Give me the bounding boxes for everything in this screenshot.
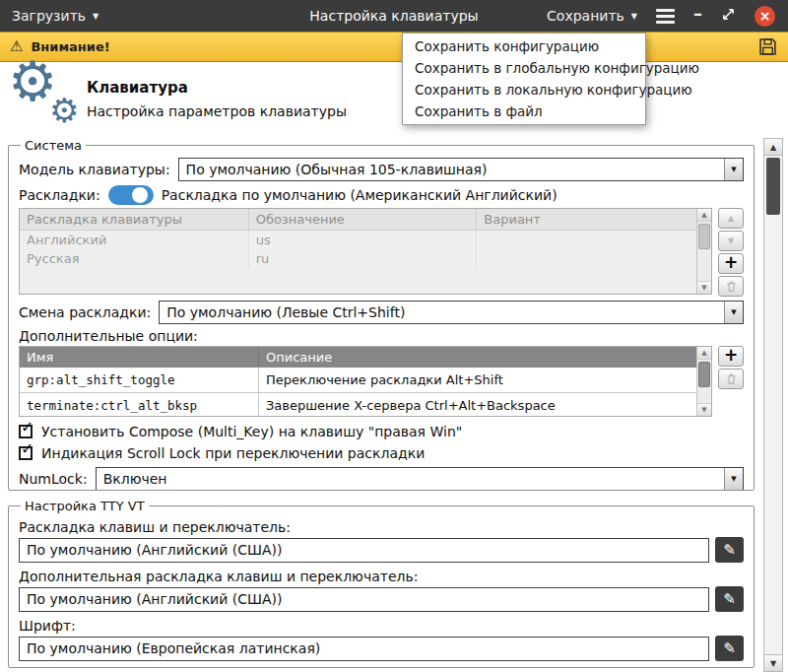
scrolllock-checkbox[interactable]: ✓ (19, 446, 33, 460)
load-button[interactable]: Загрузить ▼ (0, 0, 110, 32)
tty-layout-value: По умолчанию (Английский (США)) (27, 542, 282, 558)
chevron-down-icon[interactable]: ▼ (724, 159, 743, 180)
scroll-down-icon[interactable]: ▼ (764, 654, 782, 671)
titlebar: Загрузить ▼ Настройка клавиатуры Сохрани… (0, 0, 788, 32)
extra-options-label-row: Дополнительные опции: (19, 328, 744, 344)
compose-checkbox-label: Установить Compose (Multi_Key) на клавиш… (41, 424, 462, 439)
column-header: Раскладка клавиатуры (20, 209, 248, 230)
scroll-down-icon[interactable]: ▼ (697, 281, 711, 294)
menu-item-save-config[interactable]: Сохранить конфигурацию (403, 35, 645, 57)
tty-extra-layout-value: По умолчанию (Английский (США)) (27, 591, 282, 607)
chevron-down-icon: ▼ (631, 13, 637, 21)
column-header: Описание (259, 347, 711, 368)
chevron-down-icon[interactable]: ▼ (724, 468, 743, 490)
tty-group: Настройка TTY VT Раскладка клавиш и пере… (8, 499, 755, 668)
table-row: Английский us (20, 231, 711, 249)
tty-extra-layout-label: Дополнительная раскладка клавиш и перекл… (19, 569, 744, 584)
check-icon: ✓ (21, 420, 33, 436)
titlebar-actions: Сохранить ▼ – × (547, 6, 788, 27)
pencil-icon: ✎ (723, 639, 736, 657)
layouts-row: Раскладки: Раскладка по умолчанию (Амери… (19, 185, 744, 205)
default-layout-text: Раскладка по умолчанию (Американский Анг… (162, 187, 558, 203)
option-description-cell: Переключение раскладки Alt+Shift (259, 368, 711, 392)
menu-icon[interactable] (656, 9, 675, 24)
column-header: Вариант (476, 209, 711, 230)
scroll-down-icon[interactable]: ▼ (697, 403, 711, 416)
tty-group-legend: Настройка TTY VT (21, 499, 149, 513)
table-row: Русская ru (20, 249, 711, 268)
tty-extra-layout-input[interactable]: По умолчанию (Английский (США)) (19, 587, 709, 612)
edit-tty-layout-button[interactable]: ✎ (715, 537, 744, 563)
system-group-legend: Система (21, 138, 86, 153)
save-button-label: Сохранить (547, 8, 624, 24)
edit-tty-extra-layout-button[interactable]: ✎ (715, 586, 744, 612)
tty-extra-layout-row: По умолчанию (Английский (США)) ✎ (19, 586, 744, 612)
layout-name-cell: Русская (20, 249, 248, 268)
options-table: Имя Описание grp:alt_shift_toggle Перекл… (19, 346, 712, 417)
scrollbar-thumb[interactable] (766, 158, 780, 215)
options-table-row: Имя Описание grp:alt_shift_toggle Перекл… (19, 346, 744, 417)
main-scrollbar[interactable]: ▲ ▼ (763, 138, 783, 672)
layout-switch-value: По умолчанию (Левые Ctrl+Shift) (166, 304, 405, 320)
scrollbar[interactable]: ▲ ▼ (696, 209, 711, 294)
delete-layout-button[interactable] (718, 276, 744, 297)
scroll-up-icon[interactable]: ▲ (697, 347, 711, 360)
system-group: Система Модель клавиатуры: По умолчанию … (8, 138, 755, 491)
menu-item-save-global-config[interactable]: Сохранить в глобальную конфигурацию (403, 57, 645, 79)
check-icon: ✓ (21, 441, 33, 457)
options-table-header: Имя Описание (20, 347, 711, 368)
scrollbar-thumb[interactable] (698, 362, 710, 387)
scroll-up-icon[interactable]: ▲ (764, 139, 782, 156)
keyboard-settings-gears-icon: ⚙ ⚙ (12, 68, 79, 131)
add-option-button[interactable]: + (718, 346, 744, 367)
numlock-select[interactable]: Включен ▼ (96, 467, 744, 491)
layouts-label: Раскладки: (19, 187, 100, 203)
layout-switch-select[interactable]: По умолчанию (Левые Ctrl+Shift) ▼ (159, 301, 744, 324)
options-table-buttons: + (718, 346, 744, 417)
layouts-table: Раскладка клавиатуры Обозначение Вариант… (19, 208, 712, 295)
option-name-cell: terminate:ctrl_alt_bksp (20, 393, 259, 417)
option-description-cell: Завершение X-сервера Ctrl+Alt+Backspace (259, 393, 711, 417)
scrollbar-thumb[interactable] (698, 224, 710, 249)
delete-option-button[interactable] (718, 369, 744, 389)
scroll-up-icon[interactable]: ▲ (697, 209, 711, 222)
tty-font-row: По умолчанию (Европейская латинская) ✎ (19, 636, 744, 661)
load-button-label: Загрузить (12, 8, 86, 24)
minimize-button[interactable]: – (693, 5, 702, 23)
compose-checkbox[interactable]: ✓ (19, 425, 33, 438)
compose-checkbox-row: ✓ Установить Compose (Multi_Key) на клав… (19, 424, 744, 439)
move-up-button[interactable]: ▲ (718, 208, 744, 229)
chevron-down-icon: ▼ (93, 13, 98, 21)
pencil-icon: ✎ (723, 590, 736, 608)
move-down-button[interactable]: ▼ (718, 231, 744, 251)
menu-item-save-local-config[interactable]: Сохранить в локальную конфигурацию (403, 79, 645, 101)
save-dropdown-menu: Сохранить конфигурацию Сохранить в глоба… (402, 33, 646, 125)
keyboard-model-label: Модель клавиатуры: (19, 162, 170, 177)
table-row[interactable]: grp:alt_shift_toggle Переключение раскла… (20, 368, 711, 393)
save-button[interactable]: Сохранить ▼ (547, 8, 637, 24)
option-name-cell: grp:alt_shift_toggle (20, 368, 259, 392)
apply-save-button[interactable] (757, 36, 778, 57)
expand-icon (721, 7, 736, 22)
tty-font-label: Шрифт: (19, 618, 744, 634)
layout-code-cell: ru (248, 249, 477, 268)
tty-font-input[interactable]: По умолчанию (Европейская латинская) (19, 637, 709, 661)
table-row[interactable]: terminate:ctrl_alt_bksp Завершение X-сер… (20, 393, 711, 417)
tty-layout-input[interactable]: По умолчанию (Английский (США)) (19, 538, 709, 563)
scrollbar[interactable]: ▲ ▼ (696, 347, 711, 416)
menu-item-save-to-file[interactable]: Сохранить в файл (403, 101, 645, 122)
warning-bar: ⚠ Внимание! (0, 32, 788, 62)
layout-code-cell: us (248, 231, 477, 249)
keyboard-model-select[interactable]: По умолчанию (Обычная 105-клавишная) ▼ (178, 158, 744, 181)
edit-tty-font-button[interactable]: ✎ (715, 636, 744, 661)
floppy-disk-icon (757, 36, 778, 57)
layout-variant-cell (476, 249, 711, 268)
close-button[interactable]: × (755, 6, 775, 27)
column-header: Обозначение (248, 209, 477, 230)
fullscreen-button[interactable] (721, 7, 736, 25)
default-layout-toggle[interactable] (108, 185, 154, 205)
add-layout-button[interactable]: + (718, 253, 744, 274)
scrolllock-checkbox-row: ✓ Индикация Scroll Lock при переключении… (19, 445, 744, 461)
numlock-row: NumLock: Включен ▼ (19, 467, 744, 491)
chevron-down-icon[interactable]: ▼ (724, 302, 743, 323)
